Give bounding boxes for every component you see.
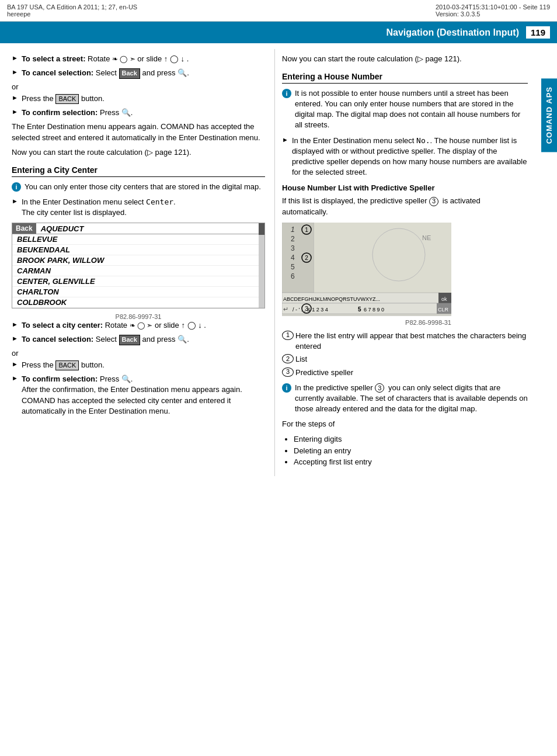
circle-3-label: 3 xyxy=(282,367,294,377)
or-text-2: or xyxy=(12,349,265,358)
bullet-arrow-6: ► xyxy=(12,321,18,328)
rotate-icon-1: ❧ ◯ ➣ xyxy=(112,55,135,63)
bullet-select-center-text: In the Enter Destination menu select Cen… xyxy=(22,197,176,218)
bullet-confirm-city-sub: After the confirmation, the Enter Destin… xyxy=(22,385,242,415)
bullet-arrow-5: ► xyxy=(12,197,18,204)
svg-text:1: 1 xyxy=(305,227,308,233)
list-item: CHARLTON xyxy=(12,287,264,297)
bullet-arrow-3: ► xyxy=(12,94,18,101)
page-title: Navigation (Destination Input) xyxy=(386,27,519,38)
bullet-select-street-text: To select a street: Rotate ❧ ◯ ➣ or slid… xyxy=(22,54,189,64)
bullet-cancel-city: ► To cancel selection: Select Back and p… xyxy=(12,334,265,345)
svg-text:↵: ↵ xyxy=(283,306,288,313)
svg-text:6 7 8 9 0: 6 7 8 9 0 xyxy=(364,307,384,313)
bullet-select-city-center-label: To select a city center: xyxy=(22,321,103,330)
bullet-confirm-label: To confirm selection: xyxy=(22,108,98,117)
fig-label-2: 2 List xyxy=(282,354,528,365)
left-column: ► To select a street: Rotate ❧ ◯ ➣ or sl… xyxy=(0,49,274,476)
fig-label-1-text: Here the list entry will appear that bes… xyxy=(295,331,528,352)
bullet-select-no: ► In the Enter Destination menu select N… xyxy=(282,136,528,178)
for-steps-label: For the steps of xyxy=(282,419,528,430)
info-text-city-center: You can only enter those city centers th… xyxy=(25,182,261,192)
center-mono: Center xyxy=(146,197,173,206)
list-item: BELLEVUE xyxy=(12,234,264,245)
circle-2-label: 2 xyxy=(282,354,294,363)
bullet-arrow-8: ► xyxy=(12,360,18,367)
info-box-house-number: i It is not possible to enter house numb… xyxy=(282,88,528,131)
step-deleting-entry: Deleting an entry xyxy=(294,445,528,457)
bullet-select-city-center: ► To select a city center: Rotate ❧ ◯ ➣ … xyxy=(12,320,265,331)
svg-text:2: 2 xyxy=(291,235,295,243)
step-accepting-first: Accepting first list entry xyxy=(294,456,528,468)
list-first-item: AQUEDUCT xyxy=(41,224,84,233)
bullet-cancel-selection: ► To cancel selection: Select Back and p… xyxy=(12,68,265,78)
main-content: ► To select a street: Rotate ❧ ◯ ➣ or sl… xyxy=(0,43,557,482)
section-city-center-heading: Entering a City Center xyxy=(12,165,265,177)
bullet-select-center: ► In the Enter Destination menu select C… xyxy=(12,197,265,218)
bullet-arrow-10: ► xyxy=(282,136,288,143)
svg-text:5: 5 xyxy=(291,263,295,271)
svg-text:5: 5 xyxy=(358,306,361,313)
bullet-arrow-4: ► xyxy=(12,108,18,115)
list-scroll-bar[interactable] xyxy=(259,223,264,308)
info-text-predictive: In the predictive speller 3 you can only… xyxy=(295,383,528,415)
fig-label-2-text: List xyxy=(295,354,307,365)
header-left-line2: hereepe xyxy=(7,11,137,18)
list-header-row: Back AQUEDUCT xyxy=(12,223,264,234)
speller-svg: 1 2 3 4 5 6 1 2 NE xyxy=(282,223,451,316)
bullet-confirm-text: To confirm selection: Press 🔍. xyxy=(22,107,133,118)
side-tab-label: COMAND APS xyxy=(541,78,557,152)
step-entering-digits: Entering digits xyxy=(294,434,528,445)
list-back-button: Back xyxy=(12,223,36,234)
circle-1-label: 1 xyxy=(282,331,294,340)
press-back-text-2: Press the BACK button. xyxy=(22,360,105,370)
info-text-house-number: It is not possible to enter house number… xyxy=(295,88,528,131)
city-center-list: Back AQUEDUCT BELLEVUE BEUKENDAAL BROOK … xyxy=(12,223,265,308)
press-back-1: ► Press the BACK button. xyxy=(12,93,265,104)
svg-rect-12 xyxy=(314,223,451,293)
back-button-box-2: BACK xyxy=(55,360,79,370)
section-predictive-speller-heading: House Number List with Predictive Spelle… xyxy=(282,183,528,192)
right-column: Now you can start the route calculation … xyxy=(274,49,557,476)
bullet-select-street: ► To select a street: Rotate ❧ ◯ ➣ or sl… xyxy=(12,54,265,64)
bullet-select-street-label: To select a street: xyxy=(22,54,86,63)
bullet-cancel-city-text: To cancel selection: Select Back and pre… xyxy=(22,334,189,345)
bullet-cancel-city-label: To cancel selection: xyxy=(22,335,93,344)
list-item: BROOK PARK, WILLOW xyxy=(12,255,264,266)
svg-text:CLR: CLR xyxy=(438,307,449,313)
header-right: 2010-03-24T15:31:10+01:00 - Seite 119 Ve… xyxy=(436,4,550,18)
bullet-arrow-1: ► xyxy=(12,54,18,61)
para-route-calc-1: Now you can start the route calculation … xyxy=(12,147,265,158)
list-item: CARMAN xyxy=(12,266,264,276)
header-left-line1: BA 197 USA, CA Edition A 2011; 1; 27, en… xyxy=(7,4,137,11)
back-button-box-1: BACK xyxy=(55,94,79,104)
list-item: CENTER, GLENVILLE xyxy=(12,276,264,287)
list-item: COLDBROOK xyxy=(12,297,264,308)
page-number: 119 xyxy=(526,26,550,39)
svg-text:2: 2 xyxy=(305,255,308,261)
header-right-line1: 2010-03-24T15:31:10+01:00 - Seite 119 xyxy=(436,4,550,11)
list-item: BEUKENDAAL xyxy=(12,245,264,255)
bullet-confirm-city: ► To confirm selection: Press 🔍. After t… xyxy=(12,374,265,417)
para-accepted-street: The Enter Destination menu appears again… xyxy=(12,122,265,144)
bullet-confirm-city-label: To confirm selection: xyxy=(22,374,98,383)
svg-text:ok: ok xyxy=(441,296,447,302)
bullet-select-no-text: In the Enter Destination menu select No.… xyxy=(292,136,528,178)
bullet-select-city-center-text: To select a city center: Rotate ❧ ◯ ➣ or… xyxy=(22,320,206,331)
svg-text:NE: NE xyxy=(422,234,431,241)
info-icon-3: i xyxy=(282,383,291,393)
header-left: BA 197 USA, CA Edition A 2011; 1; 27, en… xyxy=(7,4,137,18)
info-box-city-center: i You can only enter those city centers … xyxy=(12,182,265,192)
info-icon-1: i xyxy=(12,182,21,192)
header-right-line2: Version: 3.0.3.5 xyxy=(436,11,550,18)
speller-image-container: 1 2 3 4 5 6 1 2 NE xyxy=(282,223,451,326)
figure-ref-1: P82.86-9997-31 xyxy=(12,313,265,320)
no-mono: No. xyxy=(416,136,430,145)
or-text-1: or xyxy=(12,82,265,91)
circle-3-inline: 3 xyxy=(375,383,384,393)
header-top: BA 197 USA, CA Edition A 2011; 1; 27, en… xyxy=(0,0,557,22)
svg-text:1: 1 xyxy=(291,226,295,234)
list-scroll-thumb xyxy=(259,223,264,235)
svg-text:3: 3 xyxy=(291,244,295,252)
para-predictive-activated: If this list is displayed, the predictiv… xyxy=(282,196,528,218)
